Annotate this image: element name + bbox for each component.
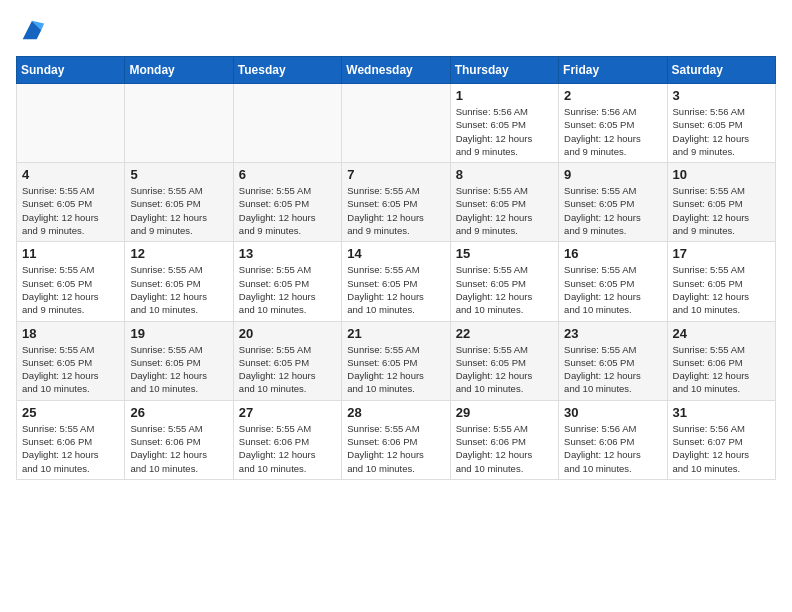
calendar-cell: 25Sunrise: 5:55 AM Sunset: 6:06 PM Dayli… — [17, 400, 125, 479]
logo — [16, 16, 46, 44]
day-number: 26 — [130, 405, 227, 420]
day-number: 20 — [239, 326, 336, 341]
calendar-cell: 30Sunrise: 5:56 AM Sunset: 6:06 PM Dayli… — [559, 400, 667, 479]
day-info: Sunrise: 5:55 AM Sunset: 6:06 PM Dayligh… — [673, 343, 770, 396]
day-of-week-header: Thursday — [450, 57, 558, 84]
page-header — [16, 16, 776, 44]
day-info: Sunrise: 5:55 AM Sunset: 6:05 PM Dayligh… — [673, 263, 770, 316]
calendar-cell: 13Sunrise: 5:55 AM Sunset: 6:05 PM Dayli… — [233, 242, 341, 321]
calendar-cell: 4Sunrise: 5:55 AM Sunset: 6:05 PM Daylig… — [17, 163, 125, 242]
day-number: 23 — [564, 326, 661, 341]
day-info: Sunrise: 5:55 AM Sunset: 6:05 PM Dayligh… — [130, 343, 227, 396]
day-number: 10 — [673, 167, 770, 182]
day-number: 28 — [347, 405, 444, 420]
calendar-week-row: 18Sunrise: 5:55 AM Sunset: 6:05 PM Dayli… — [17, 321, 776, 400]
calendar-week-row: 25Sunrise: 5:55 AM Sunset: 6:06 PM Dayli… — [17, 400, 776, 479]
day-info: Sunrise: 5:55 AM Sunset: 6:05 PM Dayligh… — [130, 184, 227, 237]
day-info: Sunrise: 5:55 AM Sunset: 6:06 PM Dayligh… — [239, 422, 336, 475]
day-number: 29 — [456, 405, 553, 420]
calendar-cell: 21Sunrise: 5:55 AM Sunset: 6:05 PM Dayli… — [342, 321, 450, 400]
day-info: Sunrise: 5:55 AM Sunset: 6:05 PM Dayligh… — [22, 343, 119, 396]
day-number: 19 — [130, 326, 227, 341]
day-info: Sunrise: 5:55 AM Sunset: 6:06 PM Dayligh… — [22, 422, 119, 475]
calendar-cell: 11Sunrise: 5:55 AM Sunset: 6:05 PM Dayli… — [17, 242, 125, 321]
day-number: 11 — [22, 246, 119, 261]
day-info: Sunrise: 5:55 AM Sunset: 6:05 PM Dayligh… — [347, 184, 444, 237]
day-info: Sunrise: 5:55 AM Sunset: 6:05 PM Dayligh… — [347, 343, 444, 396]
day-number: 12 — [130, 246, 227, 261]
day-number: 13 — [239, 246, 336, 261]
day-info: Sunrise: 5:55 AM Sunset: 6:06 PM Dayligh… — [130, 422, 227, 475]
day-info: Sunrise: 5:55 AM Sunset: 6:05 PM Dayligh… — [239, 184, 336, 237]
day-number: 27 — [239, 405, 336, 420]
calendar-cell: 14Sunrise: 5:55 AM Sunset: 6:05 PM Dayli… — [342, 242, 450, 321]
calendar-table: SundayMondayTuesdayWednesdayThursdayFrid… — [16, 56, 776, 480]
day-info: Sunrise: 5:56 AM Sunset: 6:05 PM Dayligh… — [673, 105, 770, 158]
day-of-week-header: Tuesday — [233, 57, 341, 84]
day-info: Sunrise: 5:56 AM Sunset: 6:05 PM Dayligh… — [456, 105, 553, 158]
calendar-cell: 1Sunrise: 5:56 AM Sunset: 6:05 PM Daylig… — [450, 84, 558, 163]
day-number: 2 — [564, 88, 661, 103]
day-info: Sunrise: 5:55 AM Sunset: 6:05 PM Dayligh… — [456, 184, 553, 237]
calendar-cell: 12Sunrise: 5:55 AM Sunset: 6:05 PM Dayli… — [125, 242, 233, 321]
day-info: Sunrise: 5:55 AM Sunset: 6:05 PM Dayligh… — [347, 263, 444, 316]
day-of-week-header: Wednesday — [342, 57, 450, 84]
day-number: 30 — [564, 405, 661, 420]
day-number: 18 — [22, 326, 119, 341]
day-info: Sunrise: 5:55 AM Sunset: 6:05 PM Dayligh… — [22, 184, 119, 237]
calendar-cell: 26Sunrise: 5:55 AM Sunset: 6:06 PM Dayli… — [125, 400, 233, 479]
calendar-cell — [233, 84, 341, 163]
day-number: 24 — [673, 326, 770, 341]
calendar-cell: 9Sunrise: 5:55 AM Sunset: 6:05 PM Daylig… — [559, 163, 667, 242]
day-number: 6 — [239, 167, 336, 182]
day-of-week-header: Monday — [125, 57, 233, 84]
calendar-week-row: 1Sunrise: 5:56 AM Sunset: 6:05 PM Daylig… — [17, 84, 776, 163]
day-info: Sunrise: 5:56 AM Sunset: 6:06 PM Dayligh… — [564, 422, 661, 475]
day-info: Sunrise: 5:55 AM Sunset: 6:05 PM Dayligh… — [564, 184, 661, 237]
calendar-cell: 27Sunrise: 5:55 AM Sunset: 6:06 PM Dayli… — [233, 400, 341, 479]
calendar-cell: 29Sunrise: 5:55 AM Sunset: 6:06 PM Dayli… — [450, 400, 558, 479]
day-number: 25 — [22, 405, 119, 420]
calendar-week-row: 4Sunrise: 5:55 AM Sunset: 6:05 PM Daylig… — [17, 163, 776, 242]
day-info: Sunrise: 5:55 AM Sunset: 6:05 PM Dayligh… — [564, 343, 661, 396]
calendar-cell: 31Sunrise: 5:56 AM Sunset: 6:07 PM Dayli… — [667, 400, 775, 479]
calendar-cell: 17Sunrise: 5:55 AM Sunset: 6:05 PM Dayli… — [667, 242, 775, 321]
day-number: 3 — [673, 88, 770, 103]
day-number: 31 — [673, 405, 770, 420]
day-of-week-header: Saturday — [667, 57, 775, 84]
day-number: 8 — [456, 167, 553, 182]
day-info: Sunrise: 5:55 AM Sunset: 6:05 PM Dayligh… — [239, 263, 336, 316]
day-number: 15 — [456, 246, 553, 261]
calendar-cell — [342, 84, 450, 163]
calendar-cell: 2Sunrise: 5:56 AM Sunset: 6:05 PM Daylig… — [559, 84, 667, 163]
day-info: Sunrise: 5:55 AM Sunset: 6:05 PM Dayligh… — [673, 184, 770, 237]
day-number: 5 — [130, 167, 227, 182]
day-number: 4 — [22, 167, 119, 182]
day-info: Sunrise: 5:55 AM Sunset: 6:05 PM Dayligh… — [22, 263, 119, 316]
day-number: 22 — [456, 326, 553, 341]
calendar-cell: 3Sunrise: 5:56 AM Sunset: 6:05 PM Daylig… — [667, 84, 775, 163]
day-info: Sunrise: 5:55 AM Sunset: 6:05 PM Dayligh… — [456, 263, 553, 316]
calendar-cell — [17, 84, 125, 163]
day-info: Sunrise: 5:56 AM Sunset: 6:07 PM Dayligh… — [673, 422, 770, 475]
calendar-cell: 22Sunrise: 5:55 AM Sunset: 6:05 PM Dayli… — [450, 321, 558, 400]
logo-icon — [18, 16, 46, 44]
day-info: Sunrise: 5:55 AM Sunset: 6:05 PM Dayligh… — [564, 263, 661, 316]
calendar-cell: 6Sunrise: 5:55 AM Sunset: 6:05 PM Daylig… — [233, 163, 341, 242]
calendar-cell: 19Sunrise: 5:55 AM Sunset: 6:05 PM Dayli… — [125, 321, 233, 400]
calendar-cell: 8Sunrise: 5:55 AM Sunset: 6:05 PM Daylig… — [450, 163, 558, 242]
calendar-cell: 28Sunrise: 5:55 AM Sunset: 6:06 PM Dayli… — [342, 400, 450, 479]
day-info: Sunrise: 5:55 AM Sunset: 6:06 PM Dayligh… — [347, 422, 444, 475]
calendar-cell: 10Sunrise: 5:55 AM Sunset: 6:05 PM Dayli… — [667, 163, 775, 242]
day-info: Sunrise: 5:55 AM Sunset: 6:06 PM Dayligh… — [456, 422, 553, 475]
day-info: Sunrise: 5:55 AM Sunset: 6:05 PM Dayligh… — [239, 343, 336, 396]
calendar-cell: 15Sunrise: 5:55 AM Sunset: 6:05 PM Dayli… — [450, 242, 558, 321]
calendar-cell: 16Sunrise: 5:55 AM Sunset: 6:05 PM Dayli… — [559, 242, 667, 321]
day-number: 7 — [347, 167, 444, 182]
calendar-cell — [125, 84, 233, 163]
day-number: 21 — [347, 326, 444, 341]
day-info: Sunrise: 5:55 AM Sunset: 6:05 PM Dayligh… — [130, 263, 227, 316]
day-of-week-header: Friday — [559, 57, 667, 84]
day-number: 9 — [564, 167, 661, 182]
calendar-header-row: SundayMondayTuesdayWednesdayThursdayFrid… — [17, 57, 776, 84]
